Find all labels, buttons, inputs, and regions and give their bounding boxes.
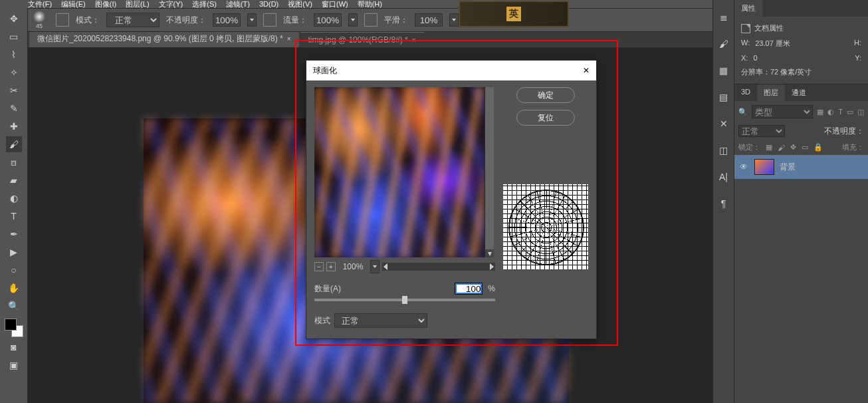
layers-panel-group: 3D 图层 通道 🔍 类型 ▦ ◐ T ▭ ◫ 正常 不透明度： 锁定： ▦ — [734, 84, 868, 403]
y-label: Y: — [855, 54, 861, 62]
filter-type-icon[interactable]: T — [838, 108, 843, 116]
marquee-tool-icon[interactable]: ▭ — [6, 29, 22, 45]
swatches-panel-icon[interactable]: ▦ — [717, 64, 730, 77]
lock-label: 锁定： — [738, 142, 760, 152]
zoom-out-button[interactable]: − — [314, 262, 324, 271]
scroll-left-icon[interactable] — [383, 263, 387, 270]
paragraph-panel-icon[interactable]: ¶ — [717, 197, 730, 210]
resolution-label: 分辨率：72 像素/英寸 — [741, 67, 812, 77]
libraries-panel-icon[interactable]: ▤ — [717, 90, 730, 104]
smoothing-input[interactable] — [415, 13, 443, 27]
filter-shape-icon[interactable]: ▭ — [847, 108, 853, 116]
document-tab-2[interactable]: timg.jpg @ 100%(RGB/8#) * × — [300, 32, 424, 47]
doc-properties-label: 文档属性 — [754, 23, 784, 33]
dialog-title: 球面化 — [313, 65, 337, 76]
tab-channels[interactable]: 通道 — [785, 84, 813, 101]
opacity-dropdown[interactable] — [247, 13, 257, 27]
fill-label: 填充： — [842, 142, 864, 152]
height-label: H: — [854, 39, 861, 49]
move-tool-icon[interactable]: ✥ — [6, 11, 22, 27]
dialog-titlebar[interactable]: 球面化 ✕ — [306, 61, 596, 80]
smoothing-label: 平滑： — [384, 15, 408, 26]
spherize-sample-icon — [503, 184, 588, 269]
adjustments-panel-icon[interactable]: ✕ — [717, 117, 730, 130]
ime-banner: 英 — [459, 1, 569, 27]
properties-panel: 文档属性 W: 23.07 厘米 H: X: 0 Y: 分辨率：72 像素/英寸 — [734, 17, 868, 84]
lock-all-icon[interactable]: 🔒 — [814, 143, 823, 152]
flow-input[interactable] — [314, 13, 342, 27]
tab-3d[interactable]: 3D — [734, 84, 757, 101]
layer-thumbnail[interactable] — [754, 159, 774, 175]
close-icon[interactable]: × — [287, 35, 291, 43]
close-icon[interactable]: × — [412, 37, 416, 44]
lock-position-icon[interactable]: ✥ — [790, 143, 796, 152]
properties-panel-tabs: 属性 — [734, 0, 868, 17]
scroll-down-icon[interactable]: ▾ — [485, 249, 494, 257]
lock-paint-icon[interactable]: 🖌 — [778, 144, 785, 152]
lock-artboard-icon[interactable]: ▭ — [802, 143, 808, 152]
preview-vscrollbar[interactable]: ▴ ▾ — [485, 87, 494, 257]
zoom-in-button[interactable]: + — [326, 262, 336, 271]
airbrush-toggle-icon[interactable] — [364, 13, 378, 27]
opacity-input[interactable] — [213, 13, 241, 27]
styles-panel-icon[interactable]: ◫ — [717, 144, 730, 157]
tab-layers[interactable]: 图层 — [757, 84, 785, 101]
dialog-mode-select[interactable]: 正常 — [334, 313, 427, 328]
flow-label: 流量： — [283, 15, 307, 26]
brush-size-label: 45 — [36, 23, 43, 29]
filter-preview[interactable] — [314, 87, 485, 257]
menu-3d[interactable]: 3D(D) — [259, 0, 278, 8]
amount-unit: % — [488, 284, 495, 293]
flow-dropdown[interactable] — [348, 13, 358, 27]
brush-panel-icon[interactable]: 🖌 — [717, 37, 730, 51]
spherize-dialog: 球面化 ✕ ▴ ▾ − + 100% — [306, 60, 597, 339]
properties-tab[interactable]: 属性 — [734, 0, 762, 17]
document-tab-label: timg.jpg @ 100%(RGB/8#) * — [308, 35, 408, 45]
smoothing-dropdown[interactable] — [449, 13, 459, 27]
amount-input[interactable] — [455, 283, 483, 295]
close-icon[interactable]: ✕ — [583, 66, 590, 75]
character-panel-icon[interactable]: A| — [717, 170, 730, 184]
zoom-dropdown[interactable] — [370, 260, 380, 273]
scroll-right-icon[interactable] — [490, 263, 494, 270]
document-icon — [741, 24, 750, 33]
layer-item-background[interactable]: 👁 背景 — [734, 155, 868, 179]
width-value: 23.07 厘米 — [755, 39, 790, 49]
lock-transparency-icon[interactable]: ▦ — [766, 143, 772, 152]
layer-opacity-label: 不透明度： — [824, 126, 864, 137]
brush-preset-picker[interactable]: 45 — [29, 11, 49, 29]
document-tab-label: 微信图片_20200528233948.png @ 90.9% (图层 0 拷贝… — [37, 33, 283, 45]
document-tab-1[interactable]: 微信图片_20200528233948.png @ 90.9% (图层 0 拷贝… — [29, 30, 299, 47]
amount-label: 数量(A) — [314, 283, 341, 295]
preview-hscrollbar[interactable] — [382, 263, 495, 271]
history-panel-icon[interactable]: ≣ — [717, 11, 730, 24]
layer-name: 背景 — [780, 162, 796, 173]
width-label: W: — [741, 39, 750, 49]
layer-filter-select[interactable]: 类型 — [752, 105, 813, 118]
reset-button[interactable]: 复位 — [516, 110, 575, 126]
dialog-mode-label: 模式 — [314, 315, 330, 327]
layer-blend-mode-select[interactable]: 正常 — [738, 125, 785, 137]
collapsed-panel-dock: ≣ 🖌 ▦ ▤ ✕ ◫ A| ¶ — [712, 0, 734, 403]
x-label: X: — [741, 54, 748, 62]
mode-label: 模式： — [76, 15, 100, 26]
foreground-color-swatch[interactable] — [5, 319, 17, 331]
amount-slider[interactable] — [314, 299, 495, 301]
right-dock: ≣ 🖌 ▦ ▤ ✕ ◫ A| ¶ 属性 文档属性 W: 23.07 厘米 H: … — [712, 0, 868, 403]
ok-button[interactable]: 确定 — [516, 87, 575, 103]
opacity-label: 不透明度： — [166, 15, 206, 26]
search-icon[interactable]: 🔍 — [738, 108, 748, 116]
tablet-pressure-opacity-icon[interactable] — [263, 13, 276, 27]
filter-smart-icon[interactable]: ◫ — [857, 108, 864, 116]
x-value: 0 — [753, 54, 757, 62]
brush-settings-toggle[interactable] — [56, 13, 69, 27]
filter-pixel-icon[interactable]: ▦ — [817, 108, 823, 116]
visibility-icon[interactable]: 👁 — [738, 162, 749, 172]
zoom-level: 100% — [338, 262, 368, 271]
blend-mode-select[interactable]: 正常 — [106, 13, 160, 27]
filter-adjust-icon[interactable]: ◐ — [827, 108, 834, 116]
